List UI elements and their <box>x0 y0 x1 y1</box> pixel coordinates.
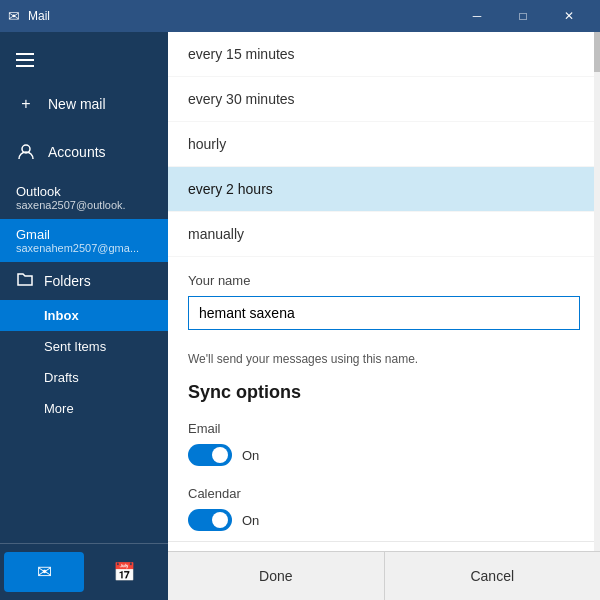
calendar-sync-label: Calendar <box>188 486 580 501</box>
title-bar-title: Mail <box>28 9 50 23</box>
outlook-account[interactable]: Outlook saxena2507@outlook. <box>0 176 168 219</box>
new-mail-label: New mail <box>48 96 106 112</box>
sent-items-folder[interactable]: Sent Items <box>0 331 168 362</box>
sidebar-top: + New mail Accounts Outlook <box>0 32 168 432</box>
hamburger-icon <box>16 53 34 67</box>
app-container: ✉ Mail ─ □ ✕ + New mail <box>0 0 600 600</box>
folders-label-text: Folders <box>44 273 91 289</box>
calendar-sync-row: Calendar On <box>168 476 600 541</box>
calendar-nav-icon: 📅 <box>113 561 135 583</box>
new-mail-button[interactable]: + New mail <box>0 80 168 128</box>
drafts-label: Drafts <box>44 370 79 385</box>
sidebar-bottom: ✉ 📅 <box>0 543 168 600</box>
title-bar-controls: ─ □ ✕ <box>454 0 592 32</box>
your-name-input[interactable] <box>188 296 580 330</box>
freq-manually[interactable]: manually <box>168 212 600 257</box>
more-label: More <box>44 401 74 416</box>
email-toggle[interactable] <box>188 444 232 466</box>
calendar-toggle-row: On <box>188 509 580 531</box>
your-name-section: Your name <box>168 257 600 346</box>
scroll-thumb <box>594 32 600 72</box>
freq-30min[interactable]: every 30 minutes <box>168 77 600 122</box>
settings-footer: Done Cancel <box>168 551 600 600</box>
contacts-row: Contacts <box>168 541 600 551</box>
title-bar: ✉ Mail ─ □ ✕ <box>0 0 600 32</box>
freq-2hours[interactable]: every 2 hours <box>168 167 600 212</box>
mail-nav-button[interactable]: ✉ <box>4 552 84 592</box>
mail-nav-icon: ✉ <box>37 561 52 583</box>
email-sync-label: Email <box>188 421 580 436</box>
more-folder[interactable]: More <box>0 393 168 424</box>
gmail-email: saxenahem2507@gma... <box>16 242 152 254</box>
email-sync-row: Email On <box>168 411 600 476</box>
done-button[interactable]: Done <box>168 552 384 600</box>
calendar-toggle[interactable] <box>188 509 232 531</box>
sync-frequency-list: every 15 minutes every 30 minutes hourly… <box>168 32 600 257</box>
sync-options-title: Sync options <box>168 366 600 411</box>
accounts-button[interactable]: Accounts <box>0 128 168 176</box>
mail-icon: ✉ <box>8 8 20 24</box>
name-helper-text: We'll send your messages using this name… <box>168 352 600 366</box>
right-panel: every 15 minutes every 30 minutes hourly… <box>168 32 600 600</box>
sent-items-label: Sent Items <box>44 339 106 354</box>
sidebar: + New mail Accounts Outlook <box>0 32 168 600</box>
hamburger-button[interactable] <box>0 40 168 80</box>
title-bar-left: ✉ Mail <box>8 8 50 24</box>
your-name-label: Your name <box>188 273 580 288</box>
freq-hourly[interactable]: hourly <box>168 122 600 167</box>
email-toggle-label: On <box>242 448 259 463</box>
outlook-name: Outlook <box>16 184 152 199</box>
freq-15min[interactable]: every 15 minutes <box>168 32 600 77</box>
email-toggle-row: On <box>188 444 580 466</box>
accounts-label: Accounts <box>48 144 106 160</box>
drafts-folder[interactable]: Drafts <box>0 362 168 393</box>
close-button[interactable]: ✕ <box>546 0 592 32</box>
email-toggle-thumb <box>212 447 228 463</box>
inbox-label: Inbox <box>44 308 79 323</box>
folders-section: Folders <box>0 262 168 300</box>
cancel-button[interactable]: Cancel <box>384 552 601 600</box>
maximize-button[interactable]: □ <box>500 0 546 32</box>
settings-content: every 15 minutes every 30 minutes hourly… <box>168 32 600 551</box>
gmail-account[interactable]: Gmail saxenahem2507@gma... <box>0 219 168 262</box>
minimize-button[interactable]: ─ <box>454 0 500 32</box>
person-icon <box>16 142 36 162</box>
scroll-indicator <box>594 32 600 551</box>
main-layout: + New mail Accounts Outlook <box>0 32 600 600</box>
gmail-name: Gmail <box>16 227 152 242</box>
inbox-folder[interactable]: Inbox <box>0 300 168 331</box>
plus-icon: + <box>16 94 36 114</box>
outlook-email: saxena2507@outlook. <box>16 199 152 211</box>
calendar-nav-button[interactable]: 📅 <box>84 552 164 592</box>
calendar-toggle-thumb <box>212 512 228 528</box>
calendar-toggle-label: On <box>242 513 259 528</box>
folder-icon <box>16 270 34 292</box>
